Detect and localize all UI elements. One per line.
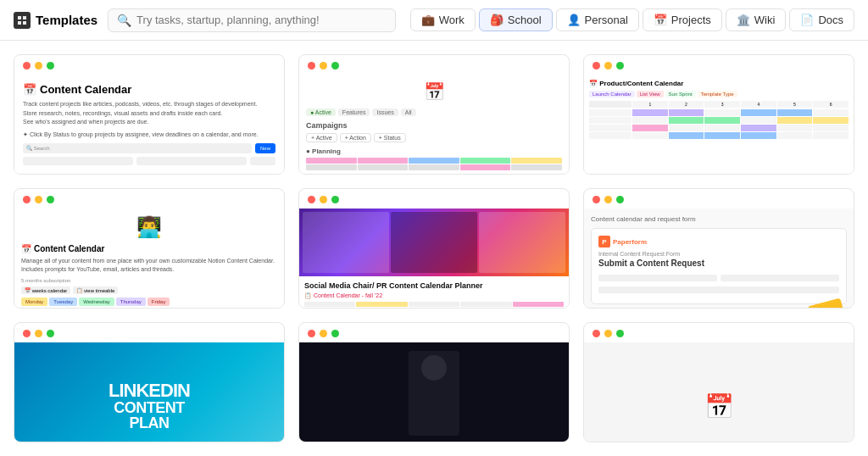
tl-red-7	[23, 330, 31, 337]
tl-yellow-5	[320, 196, 327, 203]
thumb-social-sub: 📋 Content Calendar - fall '22	[304, 292, 564, 299]
search-input[interactable]	[136, 14, 387, 26]
thumb-cta-1: ✦ Click By Status to group projects by a…	[23, 131, 275, 138]
tl-yellow-6	[604, 196, 612, 203]
card-content-request[interactable]: Content calendar and request form P Pape…	[583, 188, 854, 309]
filter-school[interactable]: 🎒 School	[479, 8, 553, 31]
thumb-btns-2: + Active + Action + Status	[306, 133, 562, 142]
tl-green-2	[331, 62, 339, 70]
thumb-planning-2: ● Planning	[306, 147, 562, 155]
card-thumbnail-3: 📅 Product/Content Calendar Launch Calend…	[584, 75, 854, 175]
tl-red-6	[593, 196, 600, 203]
card-content-calendar[interactable]: 📅 ● Active Features Issues All Campaigns…	[298, 54, 570, 175]
tl-yellow-2	[320, 62, 327, 70]
traffic-lights-9	[584, 323, 854, 342]
card-bottom-right[interactable]: 📅	[583, 322, 854, 442]
card-basic-content-calendar[interactable]: 📅 Content Calendar Track content project…	[14, 54, 285, 175]
thumb-controls-1: 🔍 Search New	[23, 143, 275, 153]
tl-yellow-8	[320, 330, 327, 337]
card-email-sms[interactable]: 📅 Product/Content Calendar Launch Calend…	[583, 54, 854, 175]
school-icon: 🎒	[490, 14, 504, 26]
docs-label: Docs	[818, 14, 843, 26]
card-thumbnail-7: LINKEDIN CONTENT PLAN	[14, 342, 284, 442]
tl-red	[23, 62, 31, 70]
traffic-lights-8	[299, 323, 569, 342]
search-bar[interactable]: 🔍	[108, 8, 396, 32]
filter-projects[interactable]: 📅 Projects	[643, 8, 722, 31]
projects-icon: 📅	[654, 14, 667, 26]
tl-green-9	[616, 330, 624, 337]
thumb-social-title: Social Media Chair/ PR Content Calendar …	[304, 281, 564, 290]
card-linkedin[interactable]: LINKEDIN CONTENT PLAN	[14, 322, 285, 442]
wiki-icon: 🏛️	[737, 14, 750, 26]
card-thumbnail-9: 📅	[584, 342, 854, 442]
tl-yellow-9	[604, 330, 612, 337]
tl-green	[47, 62, 54, 70]
thumb-rows-3	[589, 109, 849, 139]
header: Templates 🔍 💼 Work 🎒 School 👤 Personal 📅…	[0, 0, 868, 41]
traffic-lights-3	[584, 55, 854, 75]
logo-area: Templates	[14, 12, 97, 29]
template-grid: 📅 Content Calendar Track content project…	[0, 41, 868, 456]
thumb-title-3: 📅 Product/Content Calendar	[589, 80, 849, 87]
traffic-lights	[14, 55, 284, 75]
thumb-section-2: Campaigns	[306, 121, 562, 130]
tl-red-9	[593, 330, 600, 337]
thumb-meta-4: 5 months subscription	[21, 278, 277, 283]
thumb-social-table	[304, 302, 564, 309]
tl-red-8	[308, 330, 315, 337]
work-icon: 💼	[421, 14, 435, 26]
thumb-view-4: 📅 weeks calendar 📋 view timeable	[21, 286, 277, 294]
school-label: School	[508, 14, 542, 26]
tl-green-7	[47, 330, 54, 337]
personal-icon: 👤	[567, 14, 581, 26]
thumb-title-1: 📅 Content Calendar	[23, 83, 275, 96]
tl-yellow-4	[35, 196, 42, 203]
tl-red-2	[308, 62, 315, 70]
card-content-calendar-2[interactable]: 👨‍💻 📅 Content Calendar Manage all of you…	[14, 188, 285, 309]
work-label: Work	[439, 14, 465, 26]
filter-work[interactable]: 💼 Work	[410, 8, 476, 31]
tl-yellow	[35, 62, 42, 70]
thumb-cal-header-3: 1 2 3 4 5 6	[589, 101, 849, 108]
thumb-desc-4: Manage all of your content from one plac…	[21, 257, 277, 274]
tl-red-5	[308, 196, 315, 203]
thumb-title-4: 📅 Content Calendar	[21, 244, 277, 253]
traffic-lights-4	[14, 189, 284, 209]
thumb-shapes	[807, 298, 854, 309]
card-dark-portrait[interactable]: content calendar	[298, 322, 570, 442]
search-icon: 🔍	[117, 14, 131, 27]
thumb-cr-title: Content calendar and request form	[591, 215, 847, 223]
thumb-linkedin-text: LINKEDIN CONTENT PLAN	[108, 381, 190, 431]
filter-personal[interactable]: 👤 Personal	[556, 8, 639, 31]
thumb-assignee-row	[23, 157, 275, 165]
tl-green-6	[616, 196, 624, 203]
thumb-cr-box: P Paperform Internal Content Request For…	[591, 228, 847, 304]
thumb-grid-2	[306, 158, 562, 170]
filter-wiki[interactable]: 🏛️ Wiki	[726, 8, 787, 31]
tl-red-4	[23, 196, 31, 203]
tl-yellow-3	[604, 62, 612, 70]
traffic-lights-7	[14, 323, 284, 342]
thumb-tags-3: Launch Calendar List View Sun Sprint Tem…	[589, 91, 849, 97]
traffic-lights-6	[584, 189, 854, 209]
tl-green-8	[331, 330, 339, 337]
wiki-label: Wiki	[754, 14, 776, 26]
templates-icon	[14, 12, 31, 29]
card-thumbnail-5: Social Media Chair/ PR Content Calendar …	[299, 209, 569, 309]
filter-docs[interactable]: 📄 Docs	[789, 8, 854, 31]
tl-green-4	[47, 196, 54, 203]
thumb-days-4: Monday Tuesday Wednesday Thursday Friday	[21, 298, 277, 306]
thumb-icon-2: 📅	[306, 81, 562, 102]
traffic-lights-5	[299, 189, 569, 209]
thumb-tabs-2: ● Active Features Issues All	[306, 108, 562, 116]
card-thumbnail-1: 📅 Content Calendar Track content project…	[14, 75, 284, 175]
docs-icon: 📄	[800, 14, 814, 26]
card-social-media[interactable]: Social Media Chair/ PR Content Calendar …	[298, 188, 570, 309]
card-thumbnail-4: 👨‍💻 📅 Content Calendar Manage all of you…	[14, 209, 284, 309]
tl-green-5	[331, 196, 339, 203]
projects-label: Projects	[671, 14, 711, 26]
card-thumbnail-6: Content calendar and request form P Pape…	[584, 209, 854, 309]
thumb-desc-1: Track content projects like articles, po…	[23, 100, 275, 127]
tl-yellow-7	[35, 330, 42, 337]
